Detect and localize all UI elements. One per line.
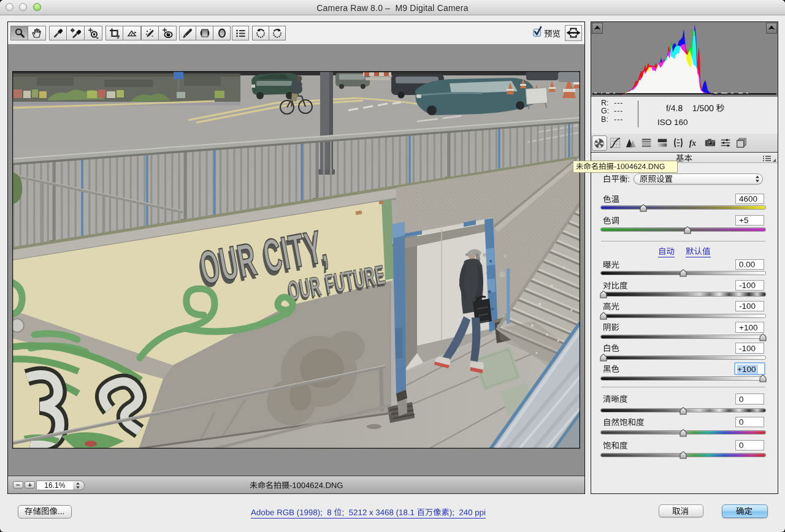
svg-text:fx: fx [689, 138, 697, 147]
